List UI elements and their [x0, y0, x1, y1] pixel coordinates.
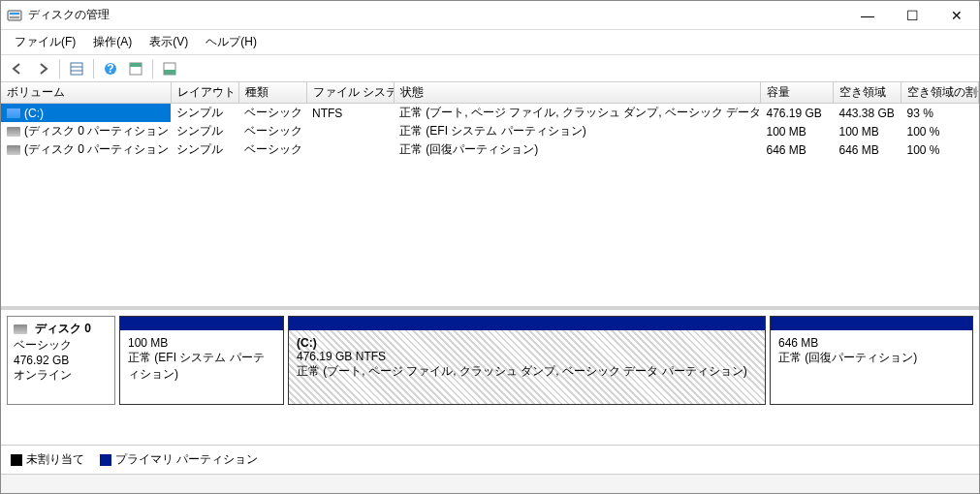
toolbar-separator — [93, 59, 94, 78]
volume-name: (ディスク 0 パーティション 1) — [24, 124, 171, 138]
cell-capacity: 476.19 GB — [761, 104, 834, 123]
cell-status: 正常 (EFI システム パーティション) — [394, 122, 761, 140]
window-buttons: — ☐ ✕ — [845, 1, 979, 29]
svg-rect-0 — [8, 11, 21, 20]
disk-state: オンライン — [14, 367, 109, 384]
volume-name: (C:) — [24, 107, 44, 120]
partition-stripe — [120, 317, 283, 330]
cell-free: 443.38 GB — [834, 104, 901, 123]
disk-info[interactable]: ディスク 0 ベーシック 476.92 GB オンライン — [7, 316, 115, 405]
volume-name: (ディスク 0 パーティション 4) — [24, 142, 171, 156]
back-button[interactable] — [7, 58, 28, 79]
volume-list[interactable]: ボリューム レイアウト 種類 ファイル システム 状態 容量 空き領域 空き領域… — [1, 82, 979, 310]
forward-button[interactable] — [32, 58, 53, 79]
volume-row[interactable]: (ディスク 0 パーティション 4) シンプル ベーシック 正常 (回復パーティ… — [1, 140, 979, 159]
partition-stripe — [771, 317, 972, 330]
disk-icon — [14, 324, 27, 334]
menu-bar: ファイル(F) 操作(A) 表示(V) ヘルプ(H) — [1, 30, 979, 55]
menu-help[interactable]: ヘルプ(H) — [198, 32, 265, 52]
partition-size: 646 MB — [778, 336, 964, 350]
cell-layout: シンプル — [171, 140, 238, 159]
col-capacity[interactable]: 容量 — [761, 82, 834, 104]
partition[interactable]: (C:) 476.19 GB NTFS 正常 (ブート, ページ ファイル, ク… — [288, 316, 766, 405]
swatch-unallocated — [11, 454, 22, 466]
legend: 未割り当て プライマリ パーティション — [1, 445, 979, 474]
cell-freepct: 100 % — [901, 140, 979, 159]
disk-map: ディスク 0 ベーシック 476.92 GB オンライン 100 MB 正常 (… — [1, 310, 979, 445]
minimize-button[interactable]: — — [845, 1, 890, 29]
partition[interactable]: 100 MB 正常 (EFI システム パーティション) — [119, 316, 284, 405]
view-bottom-button[interactable] — [159, 58, 180, 79]
swatch-primary — [100, 454, 111, 466]
cell-fs: NTFS — [306, 104, 394, 123]
partition-status: 正常 (ブート, ページ ファイル, クラッシュ ダンプ, ベーシック データ … — [297, 363, 757, 380]
svg-rect-1 — [10, 13, 19, 15]
cell-capacity: 646 MB — [761, 140, 834, 159]
col-status[interactable]: 状態 — [394, 82, 761, 104]
partition-size: 476.19 GB NTFS — [297, 350, 757, 363]
help-button[interactable]: ? — [100, 58, 121, 79]
cell-type: ベーシック — [238, 140, 306, 159]
partition-label: (C:) — [297, 336, 757, 350]
menu-view[interactable]: 表示(V) — [142, 32, 196, 52]
cell-fs — [306, 140, 394, 159]
close-button[interactable]: ✕ — [934, 1, 979, 29]
svg-rect-11 — [164, 70, 175, 75]
toolbar-separator — [59, 59, 60, 78]
cell-capacity: 100 MB — [761, 122, 834, 140]
status-bar — [1, 474, 979, 493]
volume-icon — [7, 127, 20, 137]
partition[interactable]: 646 MB 正常 (回復パーティション) — [770, 316, 973, 405]
legend-primary: プライマリ パーティション — [100, 451, 258, 468]
partition-stripe — [289, 317, 765, 330]
svg-rect-2 — [10, 16, 19, 18]
title-bar: ディスクの管理 — ☐ ✕ — [1, 1, 979, 30]
app-icon — [7, 8, 22, 23]
cell-freepct: 100 % — [901, 122, 979, 140]
menu-file[interactable]: ファイル(F) — [7, 32, 83, 52]
volume-icon — [7, 108, 20, 118]
cell-fs — [306, 122, 394, 140]
window-title: ディスクの管理 — [28, 7, 845, 23]
volume-row[interactable]: (C:) シンプル ベーシック NTFS 正常 (ブート, ページ ファイル, … — [1, 104, 979, 123]
cell-layout: シンプル — [171, 122, 238, 140]
cell-status: 正常 (回復パーティション) — [394, 140, 761, 159]
cell-freepct: 93 % — [901, 104, 979, 123]
svg-rect-3 — [71, 63, 82, 75]
svg-text:?: ? — [107, 62, 113, 76]
cell-free: 646 MB — [834, 140, 901, 159]
cell-type: ベーシック — [238, 104, 306, 123]
cell-status: 正常 (ブート, ページ ファイル, クラッシュ ダンプ, ベーシック データ … — [394, 104, 761, 123]
col-filesystem[interactable]: ファイル システム — [306, 82, 394, 104]
disk-row[interactable]: ディスク 0 ベーシック 476.92 GB オンライン 100 MB 正常 (… — [7, 316, 973, 405]
partitions: 100 MB 正常 (EFI システム パーティション) (C:) 476.19… — [119, 316, 973, 405]
toolbar-separator — [152, 59, 153, 78]
volume-row[interactable]: (ディスク 0 パーティション 1) シンプル ベーシック 正常 (EFI シス… — [1, 122, 979, 140]
col-type[interactable]: 種類 — [238, 82, 306, 104]
disk-size: 476.92 GB — [14, 354, 109, 367]
partition-size: 100 MB — [128, 336, 275, 350]
partition-status: 正常 (EFI システム パーティション) — [128, 350, 275, 383]
legend-unallocated: 未割り当て — [11, 451, 84, 468]
disk-type: ベーシック — [14, 337, 109, 354]
col-volume[interactable]: ボリューム — [1, 82, 171, 104]
volume-icon — [7, 145, 20, 155]
toolbar: ? — [1, 55, 979, 82]
col-layout[interactable]: レイアウト — [171, 82, 238, 104]
cell-layout: シンプル — [171, 104, 238, 123]
disk-name: ディスク 0 — [35, 321, 91, 337]
maximize-button[interactable]: ☐ — [890, 1, 934, 29]
col-free[interactable]: 空き領域 — [834, 82, 901, 104]
partition-status: 正常 (回復パーティション) — [778, 350, 964, 366]
view-list-button[interactable] — [66, 58, 87, 79]
svg-rect-9 — [130, 63, 142, 67]
col-freepct[interactable]: 空き領域の割合 — [901, 82, 979, 104]
cell-free: 100 MB — [834, 122, 901, 140]
view-top-button[interactable] — [125, 58, 146, 79]
cell-type: ベーシック — [238, 122, 306, 140]
menu-action[interactable]: 操作(A) — [85, 32, 140, 52]
